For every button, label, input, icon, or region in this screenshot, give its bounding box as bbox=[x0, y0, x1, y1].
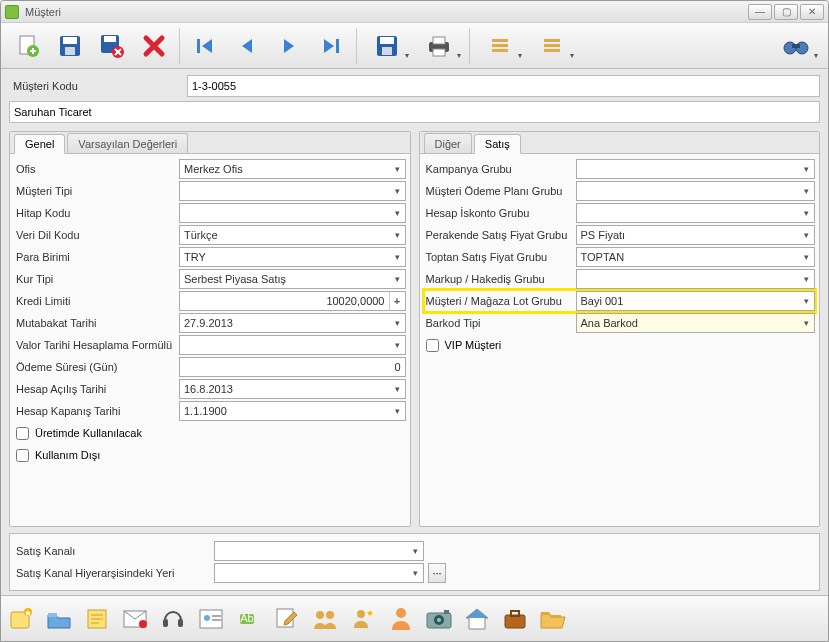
hitap-label: Hitap Kodu bbox=[14, 207, 179, 219]
veridil-combo[interactable]: Türkçe▾ bbox=[179, 225, 406, 245]
right-tabs: Diğer Satış bbox=[420, 132, 820, 154]
kur-combo[interactable]: Serbest Piyasa Satış▾ bbox=[179, 269, 406, 289]
tab-satis[interactable]: Satış bbox=[474, 134, 521, 154]
printer-icon bbox=[425, 32, 453, 60]
svg-rect-32 bbox=[178, 619, 183, 627]
kullanim-checkbox[interactable] bbox=[16, 449, 29, 462]
save-close-button[interactable] bbox=[91, 26, 133, 66]
valor-combo[interactable]: ▾ bbox=[179, 335, 406, 355]
svg-rect-49 bbox=[511, 611, 519, 616]
code-row: Müşteri Kodu 1-3-0055 bbox=[9, 75, 820, 97]
save-button[interactable] bbox=[49, 26, 91, 66]
svg-point-30 bbox=[139, 620, 147, 628]
kapanis-label: Hesap Kapanış Tarihi bbox=[14, 405, 179, 417]
minimize-button[interactable]: — bbox=[748, 4, 772, 20]
name-input[interactable]: Saruhan Ticaret bbox=[9, 101, 820, 123]
tag-green-icon[interactable]: Ab bbox=[235, 605, 263, 633]
hitap-combo[interactable]: ▾ bbox=[179, 203, 406, 223]
hier-lookup-button[interactable]: ··· bbox=[428, 563, 446, 583]
briefcase-icon[interactable] bbox=[501, 605, 529, 633]
tab-diger[interactable]: Diğer bbox=[424, 133, 472, 153]
nav-prev-icon bbox=[233, 32, 261, 60]
list-dropdown-1[interactable]: ▾ bbox=[474, 26, 526, 66]
lot-combo[interactable]: Bayi 001▾ bbox=[576, 291, 816, 311]
users-icon[interactable] bbox=[311, 605, 339, 633]
svg-rect-19 bbox=[544, 39, 560, 42]
nav-last-button[interactable] bbox=[310, 26, 352, 66]
edit-note-icon[interactable] bbox=[273, 605, 301, 633]
binoculars-icon bbox=[782, 32, 810, 60]
kampanya-combo[interactable]: ▾ bbox=[576, 159, 816, 179]
vip-checkbox[interactable] bbox=[426, 339, 439, 352]
svg-rect-17 bbox=[492, 44, 508, 47]
mutabakat-date[interactable]: 27.9.2013▾ bbox=[179, 313, 406, 333]
contact-card-icon[interactable] bbox=[197, 605, 225, 633]
odeme-plan-combo[interactable]: ▾ bbox=[576, 181, 816, 201]
markup-combo[interactable]: ▾ bbox=[576, 269, 816, 289]
uretimde-label: Üretimde Kullanılacak bbox=[35, 427, 142, 439]
print-dropdown-button[interactable]: ▾ bbox=[413, 26, 465, 66]
svg-rect-27 bbox=[48, 613, 57, 617]
tab-varsayilan[interactable]: Varsayılan Değerleri bbox=[67, 133, 188, 153]
chevron-down-icon: ▾ bbox=[407, 564, 423, 582]
svg-rect-11 bbox=[380, 37, 394, 44]
chevron-down-icon: ▾ bbox=[405, 51, 409, 60]
hier-combo[interactable]: ▾ bbox=[214, 563, 424, 583]
valor-label: Valor Tarihi Hesaplama Formülü bbox=[14, 339, 179, 351]
uretimde-checkbox[interactable] bbox=[16, 427, 29, 440]
ofis-combo[interactable]: Merkez Ofis▾ bbox=[179, 159, 406, 179]
delete-button[interactable] bbox=[133, 26, 175, 66]
tab-genel[interactable]: Genel bbox=[14, 134, 65, 154]
list-dropdown-2[interactable]: ▾ bbox=[526, 26, 578, 66]
chevron-down-icon: ▾ bbox=[389, 270, 405, 288]
close-button[interactable]: ✕ bbox=[800, 4, 824, 20]
save-dropdown-button[interactable]: ▾ bbox=[361, 26, 413, 66]
svg-point-34 bbox=[204, 615, 210, 621]
toptan-combo[interactable]: TOPTAN▾ bbox=[576, 247, 816, 267]
chevron-down-icon: ▾ bbox=[798, 204, 814, 222]
barkod-combo[interactable]: Ana Barkod▾ bbox=[576, 313, 816, 333]
kredi-label: Kredi Limiti bbox=[14, 295, 179, 307]
chevron-down-icon: ▾ bbox=[814, 51, 818, 60]
user-orange-icon[interactable] bbox=[387, 605, 415, 633]
new-button[interactable] bbox=[7, 26, 49, 66]
odeme-input[interactable]: 0 bbox=[179, 357, 406, 377]
home-icon[interactable] bbox=[463, 605, 491, 633]
lot-label: Müşteri / Mağaza Lot Grubu bbox=[424, 295, 576, 307]
note-new-icon[interactable] bbox=[7, 605, 35, 633]
perakende-combo[interactable]: PS Fiyatı▾ bbox=[576, 225, 816, 245]
nav-prev-button[interactable] bbox=[226, 26, 268, 66]
mail-card-icon[interactable] bbox=[121, 605, 149, 633]
acilis-date[interactable]: 16.8.2013▾ bbox=[179, 379, 406, 399]
svg-rect-35 bbox=[212, 615, 221, 617]
odeme-plan-label: Müşteri Ödeme Planı Grubu bbox=[424, 185, 576, 197]
list-icon bbox=[538, 32, 566, 60]
svg-rect-9 bbox=[336, 39, 339, 53]
iskonto-combo[interactable]: ▾ bbox=[576, 203, 816, 223]
delete-x-icon bbox=[140, 32, 168, 60]
search-button[interactable]: ▾ bbox=[770, 26, 822, 66]
code-input[interactable]: 1-3-0055 bbox=[187, 75, 820, 97]
kapanis-date[interactable]: 1.1.1900▾ bbox=[179, 401, 406, 421]
nav-next-button[interactable] bbox=[268, 26, 310, 66]
folder-open-icon[interactable] bbox=[539, 605, 567, 633]
ofis-label: Ofis bbox=[14, 163, 179, 175]
kanal-label: Satış Kanalı bbox=[14, 545, 214, 557]
maximize-button[interactable]: ▢ bbox=[774, 4, 798, 20]
user-star-icon[interactable] bbox=[349, 605, 377, 633]
headset-icon[interactable] bbox=[159, 605, 187, 633]
left-panel: Genel Varsayılan Değerleri OfisMerkez Of… bbox=[9, 131, 411, 527]
customer-name-value: Saruhan Ticaret bbox=[14, 106, 92, 118]
para-combo[interactable]: TRY▾ bbox=[179, 247, 406, 267]
note-icon[interactable] bbox=[83, 605, 111, 633]
musteri-tipi-combo[interactable]: ▾ bbox=[179, 181, 406, 201]
kanal-combo[interactable]: ▾ bbox=[214, 541, 424, 561]
lot-row-highlighted: Müşteri / Mağaza Lot GrubuBayi 001▾ bbox=[424, 290, 816, 312]
plus-icon[interactable]: + bbox=[389, 292, 405, 310]
hier-label: Satış Kanal Hiyerarşisindeki Yeri bbox=[14, 567, 214, 579]
camera-icon[interactable] bbox=[425, 605, 453, 633]
chevron-down-icon: ▾ bbox=[798, 314, 814, 332]
kredi-input[interactable]: 10020,0000+ bbox=[179, 291, 406, 311]
nav-first-button[interactable] bbox=[184, 26, 226, 66]
folder-blue-icon[interactable] bbox=[45, 605, 73, 633]
